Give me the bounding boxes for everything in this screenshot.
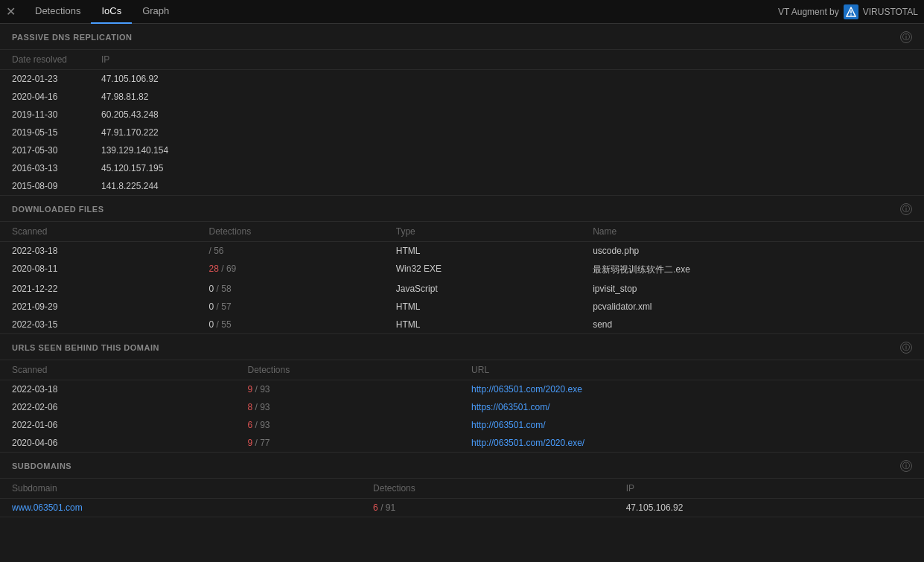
file-detections: 0 / 58 [197,280,384,298]
file-detections: / 56 [197,242,384,261]
table-row: 2015-08-09 141.8.225.244 [0,177,924,195]
table-row: 2022-03-15 0 / 55 HTML send [0,316,924,333]
sub-col-ip: IP [614,479,924,499]
url-detections: 8 / 93 [235,398,459,416]
subdomains-section: SUBDOMAINS ⓘ Subdomain Detections IP www… [0,453,924,517]
url-scanned: 2022-01-06 [0,416,235,434]
url-scanned: 2020-04-06 [0,434,235,452]
dns-date: 2022-01-23 [0,70,89,89]
vt-augment-label: VT Augment by [778,7,839,17]
dns-ip: 139.129.140.154 [89,141,924,159]
url-scanned: 2022-03-18 [0,380,235,399]
url-detections: 6 / 93 [235,416,459,434]
urls-col-url: URL [459,360,924,380]
urls-info-icon[interactable]: ⓘ [900,342,912,354]
table-row: 2022-03-18 / 56 HTML uscode.php [0,242,924,261]
file-name: send [581,316,924,333]
subdomain-detections: 6 / 91 [361,499,614,517]
vt-icon [844,4,858,19]
dns-ip: 45.120.157.195 [89,159,924,177]
table-row: 2022-01-23 47.105.106.92 [0,70,924,89]
dns-ip: 60.205.43.248 [89,106,924,124]
urls-col-detections: Detections [235,360,459,380]
downloaded-files-title: DOWNLOADED FILES [12,205,104,214]
dns-ip: 141.8.225.244 [89,177,924,195]
file-scanned: 2022-03-18 [0,242,197,261]
main-content: PASSIVE DNS REPLICATION ⓘ Date resolved … [0,24,924,517]
files-col-name: Name [581,222,924,242]
table-row: 2020-08-11 28 / 69 Win32 EXE 最新弱视训练软件二.e… [0,260,924,280]
downloaded-files-info-icon[interactable]: ⓘ [900,203,912,215]
tab-iocs[interactable]: IoCs [91,0,132,24]
table-row: 2021-09-29 0 / 57 HTML pcvalidator.xml [0,298,924,316]
subdomains-info-icon[interactable]: ⓘ [900,460,912,472]
passive-dns-table: Date resolved IP 2022-01-23 47.105.106.9… [0,50,924,195]
subdomains-title: SUBDOMAINS [12,462,71,470]
file-name: ipvisit_stop [581,280,924,298]
file-scanned: 2020-08-11 [0,260,197,280]
dns-date: 2015-08-09 [0,177,89,195]
file-name: pcvalidator.xml [581,298,924,316]
table-row: 2022-03-18 9 / 93 http://063501.com/2020… [0,380,924,399]
file-detections: 0 / 57 [197,298,384,316]
subdomains-table: Subdomain Detections IP www.063501.com 6… [0,479,924,517]
file-type: Win32 EXE [384,260,581,280]
subdomain-ip: 47.105.106.92 [614,499,924,517]
dns-date: 2019-11-30 [0,106,89,124]
file-type: JavaScript [384,280,581,298]
dns-date: 2020-04-16 [0,88,89,106]
dns-col-ip: IP [89,50,924,70]
dns-ip: 47.91.170.222 [89,124,924,141]
downloaded-files-header: DOWNLOADED FILES ⓘ [0,196,924,222]
passive-dns-info-icon[interactable]: ⓘ [900,31,912,43]
file-type: HTML [384,242,581,261]
virustotal-label: VIRUSTOTAL [863,7,918,17]
table-row: 2017-05-30 139.129.140.154 [0,141,924,159]
urls-section: URLS SEEN BEHIND THIS DOMAIN ⓘ Scanned D… [0,334,924,453]
files-col-scanned: Scanned [0,222,197,242]
dns-date: 2017-05-30 [0,141,89,159]
url-value[interactable]: http://063501.com/2020.exe/ [459,434,924,452]
file-name: 最新弱视训练软件二.exe [581,260,924,280]
dns-col-date: Date resolved [0,50,89,70]
url-detections: 9 / 77 [235,434,459,452]
file-scanned: 2021-09-29 [0,298,197,316]
url-value[interactable]: http://063501.com/2020.exe [459,380,924,399]
sub-col-detections: Detections [361,479,614,499]
passive-dns-header: PASSIVE DNS REPLICATION ⓘ [0,24,924,50]
topbar: ✕ Detections IoCs Graph VT Augment by VI… [0,0,924,24]
file-type: HTML [384,316,581,333]
close-button[interactable]: ✕ [6,4,16,19]
table-row: 2022-01-06 6 / 93 http://063501.com/ [0,416,924,434]
url-scanned: 2022-02-06 [0,398,235,416]
tab-graph[interactable]: Graph [132,0,179,24]
file-scanned: 2021-12-22 [0,280,197,298]
subdomain-name[interactable]: www.063501.com [0,499,361,517]
files-col-type: Type [384,222,581,242]
urls-col-scanned: Scanned [0,360,235,380]
file-type: HTML [384,298,581,316]
table-row: 2019-05-15 47.91.170.222 [0,124,924,141]
dns-ip: 47.105.106.92 [89,70,924,89]
downloaded-files-section: DOWNLOADED FILES ⓘ Scanned Detections Ty… [0,196,924,334]
svg-point-2 [850,14,852,16]
subdomains-header: SUBDOMAINS ⓘ [0,453,924,479]
passive-dns-title: PASSIVE DNS REPLICATION [12,33,132,42]
url-detections: 9 / 93 [235,380,459,399]
urls-table: Scanned Detections URL 2022-03-18 9 / 93… [0,360,924,452]
tab-detections[interactable]: Detections [25,0,91,24]
dns-ip: 47.98.81.82 [89,88,924,106]
file-detections: 0 / 55 [197,316,384,333]
url-value[interactable]: https://063501.com/ [459,398,924,416]
sub-col-subdomain: Subdomain [0,479,361,499]
downloaded-files-table: Scanned Detections Type Name 2022-03-18 … [0,222,924,333]
vt-branding: VT Augment by VIRUSTOTAL [778,4,918,19]
file-scanned: 2022-03-15 [0,316,197,333]
dns-date: 2019-05-15 [0,124,89,141]
table-row: 2020-04-16 47.98.81.82 [0,88,924,106]
table-row: 2020-04-06 9 / 77 http://063501.com/2020… [0,434,924,452]
urls-title: URLS SEEN BEHIND THIS DOMAIN [12,343,159,352]
urls-header: URLS SEEN BEHIND THIS DOMAIN ⓘ [0,334,924,360]
url-value[interactable]: http://063501.com/ [459,416,924,434]
table-row: 2022-02-06 8 / 93 https://063501.com/ [0,398,924,416]
